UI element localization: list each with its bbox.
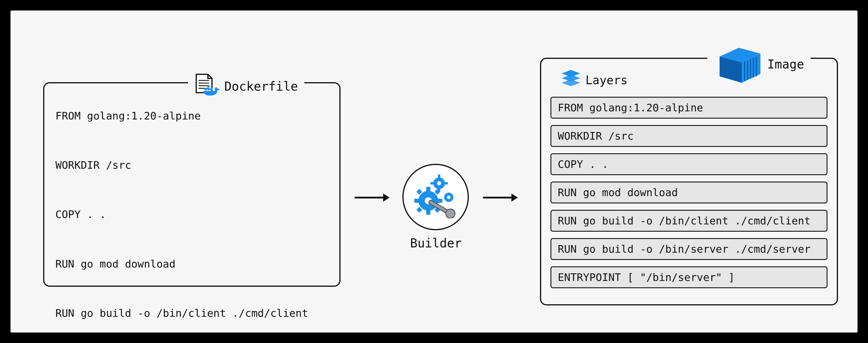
svg-point-19 [437,181,441,185]
arrow-builder-to-image [483,195,518,200]
svg-rect-14 [416,189,422,195]
layers-icon [560,69,581,91]
svg-point-25 [447,195,451,199]
layer-item: COPY . . [551,153,828,175]
svg-rect-5 [207,88,210,90]
builder-circle [402,164,469,230]
gears-icon [412,175,459,219]
svg-rect-16 [416,207,422,213]
image-label: Image [767,57,804,71]
dockerfile-label: Dockerfile [224,79,298,94]
svg-rect-13 [438,199,442,203]
svg-rect-22 [430,182,434,184]
layer-item: WORKDIR /src [551,125,828,147]
svg-rect-4 [205,88,207,90]
dockerfile-panel: Dockerfile FROM golang:1.20-alpine WORKD… [43,82,341,287]
builder-node: Builder [402,164,469,231]
svg-rect-11 [426,210,430,215]
layer-item: ENTRYPOINT [ "/bin/server" ] [551,267,828,288]
svg-rect-6 [210,88,213,90]
layer-item: RUN go build -o /bin/client ./cmd/client [551,210,828,232]
image-label-group: Image [707,46,811,82]
builder-label: Builder [402,236,469,250]
layers-label-group: Layers [554,69,634,91]
diagram-board: Dockerfile FROM golang:1.20-alpine WORKD… [10,10,858,333]
dockerfile-label-group: Dockerfile [188,73,304,99]
dockerfile-code: FROM golang:1.20-alpine WORKDIR /src COP… [44,94,339,343]
svg-rect-21 [438,189,440,192]
arrow-dockerfile-to-builder [354,195,390,200]
svg-rect-20 [438,175,440,178]
layers-label: Layers [586,73,628,87]
layer-item: RUN go build -o /bin/server ./cmd/server [551,238,828,260]
svg-rect-12 [414,199,419,203]
svg-rect-7 [207,85,210,87]
svg-rect-10 [426,187,430,191]
container-icon [714,46,763,82]
image-panel: Image Layers FROM golang:1.20-alpine WOR… [540,58,838,305]
dockerfile-icon [194,73,220,99]
layer-item: FROM golang:1.20-alpine [551,97,828,119]
svg-rect-23 [444,182,448,184]
layer-item: RUN go mod download [551,182,828,204]
svg-marker-37 [562,79,580,86]
layers-list: FROM golang:1.20-alpine WORKDIR /src COP… [541,59,837,294]
